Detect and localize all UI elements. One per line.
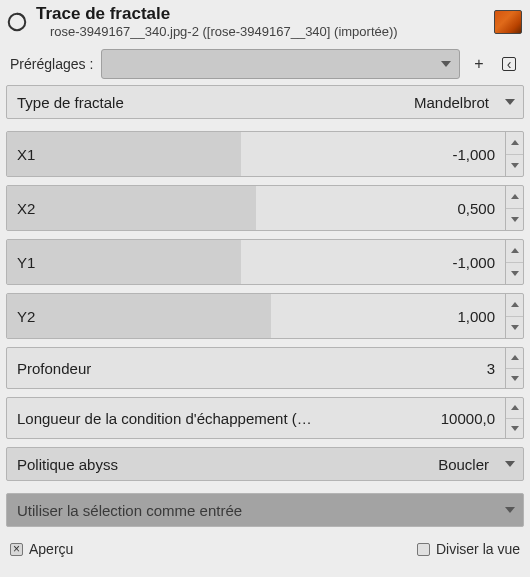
depth-spin-up[interactable] <box>506 348 523 368</box>
abyss-policy-select[interactable]: Politique abyss Boucler <box>6 447 524 481</box>
use-selection-select[interactable]: Utiliser la sélection comme entrée <box>6 493 524 527</box>
dialog-title: Trace de fractale <box>36 4 486 24</box>
image-thumbnail <box>494 10 522 34</box>
abyss-value: Boucler <box>438 456 489 473</box>
depth-spinner <box>505 348 523 388</box>
x1-spin-down[interactable] <box>506 154 523 177</box>
x2-slider[interactable]: X2 0,500 <box>6 185 524 231</box>
dialog-header: Trace de fractale rose-3949167__340.jpg-… <box>0 0 530 43</box>
split-view-checkbox[interactable]: Diviser la vue <box>417 541 520 557</box>
y2-spin-down[interactable] <box>506 316 523 339</box>
chevron-down-icon <box>505 507 515 513</box>
fractal-type-value: Mandelbrot <box>414 94 489 111</box>
x2-value: 0,500 <box>457 200 495 217</box>
preset-menu-button[interactable] <box>498 53 520 75</box>
escape-label: Longueur de la condition d'échappement (… <box>17 410 312 427</box>
y2-slider[interactable]: Y2 1,000 <box>6 293 524 339</box>
x1-label: X1 <box>17 146 35 163</box>
title-block: Trace de fractale rose-3949167__340.jpg-… <box>36 4 486 39</box>
preview-label: Aperçu <box>29 541 73 557</box>
y1-fill <box>7 240 241 284</box>
escape-spin-down[interactable] <box>506 418 523 439</box>
y2-fill <box>7 294 271 338</box>
y2-value: 1,000 <box>457 308 495 325</box>
y1-spin-down[interactable] <box>506 262 523 285</box>
x2-spin-down[interactable] <box>506 208 523 231</box>
x1-fill <box>7 132 241 176</box>
y1-value: -1,000 <box>452 254 495 271</box>
x2-label: X2 <box>17 200 35 217</box>
x1-spinner <box>505 132 523 176</box>
fractal-type-label: Type de fractale <box>17 94 124 111</box>
preset-add-button[interactable]: + <box>468 53 490 75</box>
use-selection-label: Utiliser la sélection comme entrée <box>17 502 242 519</box>
y1-slider[interactable]: Y1 -1,000 <box>6 239 524 285</box>
y1-spin-up[interactable] <box>506 240 523 262</box>
x2-fill <box>7 186 256 230</box>
depth-slider[interactable]: Profondeur 3 <box>6 347 524 389</box>
depth-value: 3 <box>487 360 495 377</box>
x2-spinner <box>505 186 523 230</box>
dialog-fractal-trace: Trace de fractale rose-3949167__340.jpg-… <box>0 0 530 561</box>
y1-spinner <box>505 240 523 284</box>
presets-row: Préréglages : + <box>0 43 530 85</box>
escape-spin-up[interactable] <box>506 398 523 418</box>
chevron-down-icon <box>441 61 451 67</box>
preset-menu-icon <box>502 57 516 71</box>
preview-checkbox[interactable]: Aperçu <box>10 541 73 557</box>
y2-spin-up[interactable] <box>506 294 523 316</box>
abyss-label: Politique abyss <box>17 456 118 473</box>
y2-label: Y2 <box>17 308 35 325</box>
checkbox-checked-icon <box>10 543 23 556</box>
depth-label: Profondeur <box>17 360 91 377</box>
escape-spinner <box>505 398 523 438</box>
x2-spin-up[interactable] <box>506 186 523 208</box>
fractal-type-select[interactable]: Type de fractale Mandelbrot <box>6 85 524 119</box>
escape-value: 10000,0 <box>441 410 495 427</box>
presets-combo[interactable] <box>101 49 460 79</box>
y2-spinner <box>505 294 523 338</box>
depth-spin-down[interactable] <box>506 368 523 389</box>
dialog-footer: Aperçu Diviser la vue <box>0 537 530 561</box>
checkbox-unchecked-icon <box>417 543 430 556</box>
chevron-down-icon <box>505 99 515 105</box>
gimp-icon <box>6 11 28 33</box>
chevron-down-icon <box>505 461 515 467</box>
presets-label: Préréglages : <box>10 56 93 72</box>
dialog-subtitle: rose-3949167__340.jpg-2 ([rose-3949167__… <box>36 24 486 39</box>
x1-value: -1,000 <box>452 146 495 163</box>
params-panel: Type de fractale Mandelbrot X1 -1,000 <box>0 85 530 527</box>
escape-slider[interactable]: Longueur de la condition d'échappement (… <box>6 397 524 439</box>
y1-label: Y1 <box>17 254 35 271</box>
x1-slider[interactable]: X1 -1,000 <box>6 131 524 177</box>
split-view-label: Diviser la vue <box>436 541 520 557</box>
x1-spin-up[interactable] <box>506 132 523 154</box>
